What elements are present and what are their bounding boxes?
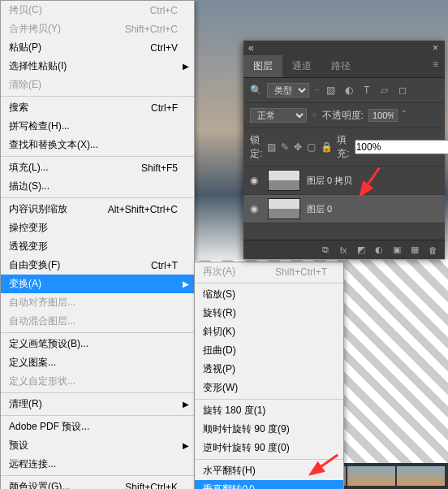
panel-menu-icon[interactable]: ≡	[426, 55, 445, 77]
menu-free-transform[interactable]: 自由变换(F)Ctrl+T	[1, 256, 194, 275]
menu-paste[interactable]: 粘贴(P)Ctrl+V	[1, 38, 194, 57]
lock-all-icon[interactable]: 🔒	[321, 141, 332, 153]
layer-fx-icon[interactable]: fx	[338, 245, 349, 255]
layer-row[interactable]: ◉ 图层 0 拷贝	[243, 167, 445, 195]
filter-type-icon[interactable]: T	[360, 84, 373, 96]
fill-input[interactable]	[355, 140, 448, 154]
submenu-warp[interactable]: 变形(W)	[195, 379, 343, 397]
submenu-skew[interactable]: 斜切(K)	[195, 322, 343, 341]
opacity-input[interactable]	[368, 109, 398, 122]
filter-adjust-icon[interactable]: ◐	[342, 84, 355, 96]
menu-find-replace[interactable]: 查找和替换文本(X)...	[1, 136, 194, 154]
lock-label: 锁定:	[250, 133, 262, 161]
tab-channels[interactable]: 通道	[282, 55, 321, 77]
layer-thumbnail[interactable]	[268, 198, 300, 219]
submenu-scale[interactable]: 缩放(S)	[195, 285, 343, 304]
visibility-icon[interactable]: ◉	[250, 203, 261, 214]
menu-transform[interactable]: 变换(A)▶	[1, 275, 194, 293]
layer-row[interactable]: ◉ 图层 0	[243, 195, 445, 223]
menu-content-scale[interactable]: 内容识别缩放Alt+Shift+Ctrl+C	[1, 200, 194, 219]
submenu-rotate-90cw[interactable]: 顺时针旋转 90 度(9)	[195, 420, 343, 439]
menu-auto-blend[interactable]: 自动混合图层...	[1, 312, 194, 331]
chevron-right-icon: ▶	[183, 279, 189, 288]
layer-name[interactable]: 图层 0	[307, 203, 332, 215]
menu-paste-special[interactable]: 选择性粘贴(I)▶	[1, 57, 194, 76]
opacity-label: 不透明度:	[322, 109, 364, 123]
layer-name[interactable]: 图层 0 拷贝	[307, 175, 352, 187]
link-layers-icon[interactable]: ⧉	[320, 244, 331, 255]
menu-clear[interactable]: 清除(E)	[1, 76, 194, 94]
layer-mask-icon[interactable]: ◩	[355, 244, 367, 255]
chevron-right-icon: ▶	[183, 400, 189, 409]
panel-collapse-icon[interactable]: «	[243, 42, 259, 54]
lock-transparency-icon[interactable]: ▨	[267, 141, 276, 153]
menu-purge[interactable]: 清理(R)▶	[1, 395, 194, 413]
menu-color-settings[interactable]: 颜色设置(G)...Shift+Ctrl+K	[1, 478, 194, 489]
menu-copy[interactable]: 拷贝(C)Ctrl+C	[1, 1, 194, 19]
lock-position-icon[interactable]: ✥	[294, 141, 302, 153]
search-icon: 🔍	[250, 84, 262, 96]
chevron-down-icon[interactable]: ˇ	[403, 110, 406, 121]
fill-label: 填充:	[337, 133, 349, 161]
menu-search[interactable]: 搜索Ctrl+F	[1, 98, 194, 117]
layers-panel: « × 图层 通道 路径 ≡ 🔍 类型 ÷ ▧ ◐ T ▱ ◻ 正常 ÷ 不透明…	[243, 41, 445, 259]
filter-pixel-icon[interactable]: ▧	[325, 84, 338, 96]
chevron-right-icon: ▶	[183, 62, 189, 71]
menu-merge-copy[interactable]: 合并拷贝(Y)Shift+Ctrl+C	[1, 19, 194, 38]
lock-brush-icon[interactable]: ✎	[281, 141, 289, 153]
transform-submenu: 再次(A)Shift+Ctrl+T 缩放(S) 旋转(R) 斜切(K) 扭曲(D…	[194, 262, 344, 489]
submenu-rotate-90ccw[interactable]: 逆时针旋转 90 度(0)	[195, 439, 343, 457]
menu-remote[interactable]: 远程连接...	[1, 455, 194, 474]
delete-icon[interactable]: 🗑	[427, 245, 438, 255]
submenu-rotate[interactable]: 旋转(R)	[195, 304, 343, 322]
menu-spell[interactable]: 拼写检查(H)...	[1, 117, 194, 136]
tab-layers[interactable]: 图层	[243, 55, 282, 77]
blend-mode-select[interactable]: 正常	[250, 108, 307, 123]
tab-paths[interactable]: 路径	[321, 55, 360, 77]
menu-puppet[interactable]: 操控变形	[1, 219, 194, 237]
filter-kind-select[interactable]: 类型	[267, 83, 309, 97]
filter-smart-icon[interactable]: ◻	[396, 84, 409, 96]
submenu-perspective[interactable]: 透视(P)	[195, 360, 343, 379]
menu-perspective[interactable]: 透视变形	[1, 237, 194, 256]
menu-presets[interactable]: 预设▶	[1, 436, 194, 455]
submenu-flip-vertical[interactable]: 垂直翻转(V)	[195, 480, 343, 489]
edit-menu: 拷贝(C)Ctrl+C 合并拷贝(Y)Shift+Ctrl+C 粘贴(P)Ctr…	[0, 0, 195, 489]
menu-brush-preset[interactable]: 定义画笔预设(B)...	[1, 335, 194, 353]
menu-pattern[interactable]: 定义图案...	[1, 353, 194, 372]
menu-adobe-pdf[interactable]: Adobe PDF 预设...	[1, 418, 194, 436]
menu-fill[interactable]: 填充(L)...Shift+F5	[1, 158, 194, 177]
submenu-distort[interactable]: 扭曲(D)	[195, 341, 343, 360]
menu-stroke[interactable]: 描边(S)...	[1, 177, 194, 196]
visibility-icon[interactable]: ◉	[250, 175, 261, 186]
new-layer-icon[interactable]: ▦	[409, 244, 420, 255]
menu-custom-shape[interactable]: 定义自定形状...	[1, 372, 194, 391]
filter-shape-icon[interactable]: ▱	[378, 84, 391, 96]
chevron-right-icon: ▶	[183, 441, 189, 450]
adjustment-icon[interactable]: ◐	[373, 244, 385, 255]
menu-auto-align[interactable]: 自动对齐图层...	[1, 293, 194, 312]
group-icon[interactable]: ▣	[391, 244, 403, 255]
panel-close-icon[interactable]: ×	[426, 42, 445, 54]
layer-thumbnail[interactable]	[268, 170, 300, 191]
submenu-rotate-180[interactable]: 旋转 180 度(1)	[195, 401, 343, 420]
lock-artboard-icon[interactable]: ▢	[307, 141, 316, 153]
submenu-again[interactable]: 再次(A)Shift+Ctrl+T	[195, 262, 343, 281]
